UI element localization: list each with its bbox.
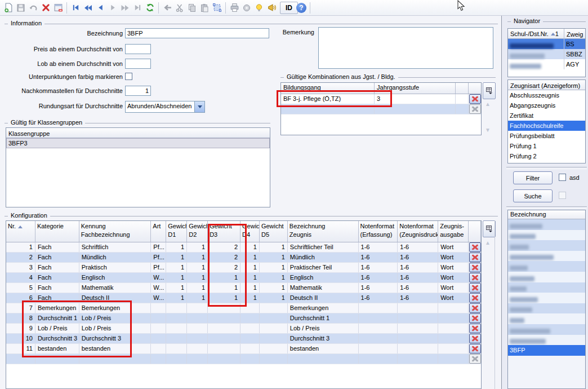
- bezeichnung-input[interactable]: [125, 28, 269, 38]
- list-item[interactable]: [508, 261, 585, 272]
- clear-row-button[interactable]: [469, 104, 481, 114]
- list-item[interactable]: Zertifikat: [508, 110, 585, 121]
- column-header[interactable]: Jahrgangsstufe: [375, 83, 456, 94]
- delete-row-button[interactable]: [469, 263, 481, 272]
- lob-input[interactable]: [125, 59, 151, 69]
- new-entry-row[interactable]: [281, 104, 481, 114]
- list-item[interactable]: [508, 282, 585, 293]
- notify-horn-button[interactable]: [265, 2, 278, 14]
- column-header[interactable]: GewichtD1: [166, 221, 187, 242]
- column-header-schulnr[interactable]: Schul-/Dst.Nr. 1: [508, 29, 564, 39]
- list-item[interactable]: [508, 251, 585, 262]
- scroll-up-arrow[interactable]: ▲: [485, 101, 491, 107]
- list-item[interactable]: Fachhochschulreife: [508, 121, 585, 131]
- column-header[interactable]: BezeichnungZeugnis: [288, 221, 359, 242]
- table-row[interactable]: BS: [508, 39, 585, 49]
- kombinationen-column-chooser-button[interactable]: [483, 82, 496, 99]
- new-document-button[interactable]: [2, 2, 15, 14]
- scroll-up-arrow[interactable]: ▲: [485, 240, 491, 246]
- form-properties-button[interactable]: [52, 2, 64, 14]
- delete-row-button[interactable]: [469, 344, 481, 353]
- column-header[interactable]: KennungFachbezeichnung: [79, 221, 152, 242]
- column-header[interactable]: Bezeichnung: [508, 210, 585, 219]
- table-row[interactable]: 10Durchschnitt 3Durchschnitt 3Durchschni…: [6, 334, 481, 344]
- list-item[interactable]: [508, 272, 585, 282]
- list-item[interactable]: [508, 293, 585, 303]
- column-header[interactable]: Zeugnis-ausgabe: [438, 221, 469, 242]
- suche-button[interactable]: Suche: [513, 189, 553, 202]
- list-item[interactable]: [508, 230, 585, 241]
- help-button[interactable]: ?: [295, 2, 308, 14]
- column-header[interactable]: Bildungsgang: [281, 83, 375, 94]
- list-item[interactable]: [508, 313, 585, 324]
- list-item[interactable]: [508, 324, 585, 335]
- nav-prev-button[interactable]: [94, 2, 106, 14]
- select-region-button[interactable]: [211, 2, 223, 14]
- delete-row-button[interactable]: [469, 313, 481, 323]
- column-header[interactable]: GewichtD5: [260, 221, 288, 242]
- nav-prev-fast-button[interactable]: [82, 2, 94, 14]
- preis-input[interactable]: [125, 44, 151, 54]
- column-header[interactable]: Klassengruppe: [6, 128, 270, 138]
- column-header[interactable]: Notenformat(Erfassung): [359, 221, 398, 242]
- delete-row-button[interactable]: [469, 324, 481, 333]
- asd-checkbox[interactable]: [559, 174, 566, 181]
- delete-row-button[interactable]: [469, 334, 481, 343]
- list-item[interactable]: [508, 219, 585, 230]
- delete-row-button[interactable]: [469, 273, 481, 282]
- refresh-button[interactable]: [144, 2, 156, 14]
- new-entry-row[interactable]: [6, 354, 481, 364]
- table-row[interactable]: 2FachMündlichPf...11211Mündlich1-61-6Wor…: [6, 253, 481, 263]
- panel-splitter[interactable]: [501, 16, 502, 389]
- table-row[interactable]: 8Durchschnitt 1Lob / PreisDurchschnitt 1: [6, 313, 481, 324]
- delete-button[interactable]: [39, 2, 52, 14]
- konfiguration-column-chooser-button[interactable]: [483, 220, 496, 237]
- bemerkung-textarea[interactable]: [318, 27, 493, 69]
- nachkommastellen-input[interactable]: [125, 86, 151, 96]
- list-item[interactable]: 3BFP3: [6, 138, 270, 148]
- column-header[interactable]: Art: [151, 221, 166, 242]
- delete-row-button[interactable]: [469, 94, 481, 104]
- dropdown-button[interactable]: [194, 101, 204, 112]
- list-item[interactable]: Abgangszeugnis: [508, 100, 585, 110]
- column-header[interactable]: Notenformat(Zeugnisdruck): [398, 221, 438, 242]
- list-item-selected[interactable]: 3BFP: [508, 345, 585, 356]
- column-header-zweig[interactable]: Zweig: [564, 29, 585, 39]
- rundungsart-dropdown[interactable]: Abrunden/Abschneiden: [125, 101, 205, 113]
- list-item[interactable]: Prüfung 2: [508, 151, 585, 161]
- id-badge-button[interactable]: ID: [283, 2, 295, 14]
- column-header[interactable]: Nr.: [6, 221, 35, 242]
- delete-row-button[interactable]: [469, 253, 481, 262]
- table-row[interactable]: 4FachEnglischW...11111Englisch1-61-6Wort: [6, 273, 481, 283]
- list-item[interactable]: Prüfung 1: [508, 141, 585, 151]
- table-row[interactable]: 3FachPraktischPf...11211Praktischer Teil…: [6, 263, 481, 273]
- table-row[interactable]: 6FachDeutsch IIW...11111Deutsch II1-61-6…: [6, 293, 481, 303]
- table-row[interactable]: BF 3-j. Pflege (Ö,TZ)3: [281, 94, 481, 104]
- unterpunktungen-checkbox[interactable]: [125, 73, 132, 80]
- list-item[interactable]: [508, 240, 585, 251]
- table-row[interactable]: 9Lob / PreisLob / PreisLob / Preis: [6, 324, 481, 334]
- table-row[interactable]: 1FachSchriftlichPf...11211Schriftlicher …: [6, 242, 481, 253]
- delete-row-button[interactable]: [469, 293, 481, 303]
- filter-button[interactable]: Filter: [513, 171, 553, 184]
- clear-row-button[interactable]: [469, 354, 481, 364]
- delete-row-button[interactable]: [469, 283, 481, 293]
- list-item-clipped[interactable]: KMK FS-Zertifikat 1: [508, 161, 585, 163]
- table-row[interactable]: SBBZ: [508, 49, 585, 59]
- column-header[interactable]: Kategorie: [35, 221, 79, 242]
- list-item[interactable]: Abschlusszeugnis: [508, 90, 585, 100]
- delete-row-button[interactable]: [469, 242, 481, 252]
- list-item[interactable]: [508, 335, 585, 346]
- delete-row-button[interactable]: [469, 303, 481, 313]
- list-item[interactable]: [508, 303, 585, 314]
- table-row[interactable]: 7BemerkungenBemerkungenBemerkungen: [6, 303, 481, 313]
- table-row[interactable]: 5FachMathematikW...11111Mathematik1-61-6…: [6, 283, 481, 293]
- hint-bulb-button[interactable]: [253, 2, 265, 14]
- column-header[interactable]: GewichtD3: [208, 221, 240, 242]
- column-header[interactable]: GewichtD4: [240, 221, 260, 242]
- nav-first-button[interactable]: [69, 2, 82, 14]
- column-header[interactable]: Zeugnisart (Anzeigeform): [508, 80, 585, 90]
- scroll-down-arrow[interactable]: ▼: [485, 127, 491, 133]
- list-item[interactable]: Prüfungsbeiblatt: [508, 131, 585, 141]
- table-row[interactable]: 11bestandenbestandenbestanden: [6, 344, 481, 354]
